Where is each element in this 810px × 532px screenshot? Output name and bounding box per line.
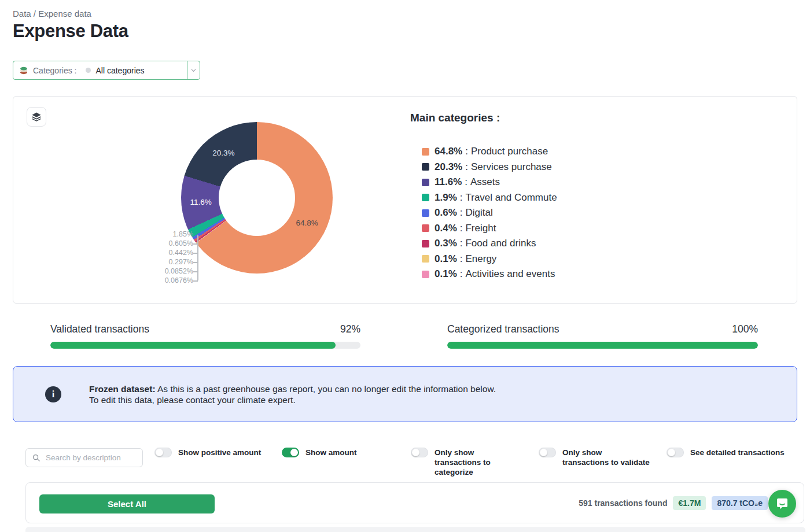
legend-label: Product purchase — [471, 146, 548, 157]
outside-label: 0.0852% — [141, 267, 193, 276]
progress-card-categorized: Categorized transactions 100% — [447, 323, 758, 349]
toggle-label: See detailed transactions — [690, 448, 785, 457]
legend-item: 20.3%:Services purchase — [422, 160, 557, 175]
outside-labels: 1.85%0.605%0.442%0.297%0.0852%0.0676% — [141, 230, 193, 285]
legend-label: Food and drinks — [465, 238, 536, 249]
chart-card: 64.8%11.6%20.3% 1.85%0.605%0.442%0.297%0… — [13, 96, 797, 304]
toggle-switch[interactable] — [282, 448, 299, 457]
expense-data-page: Data / Expense data Expense Data Categor… — [0, 0, 810, 532]
legend-title: Main categories : — [410, 112, 557, 124]
donut-chart[interactable]: 64.8%11.6%20.3% — [181, 122, 333, 274]
outside-label: 0.442% — [141, 248, 193, 257]
toggle-group: Show positive amount — [154, 448, 261, 457]
toggle-label: Only show transactions to categorize — [435, 448, 522, 477]
legend-label: Assets — [470, 176, 500, 188]
layers-button[interactable] — [27, 107, 46, 127]
legend-separator: : — [465, 176, 467, 188]
search-icon — [32, 453, 41, 462]
legend-swatch — [422, 209, 429, 217]
legend-separator: : — [460, 207, 463, 219]
outside-label: 0.0676% — [141, 276, 193, 285]
select-all-button[interactable]: Select All — [39, 494, 215, 513]
chat-bubble-icon — [775, 497, 789, 511]
legend-percent: 20.3% — [435, 161, 462, 173]
legend-label: Activities and events — [465, 268, 555, 280]
filter-selected-value: All categories — [95, 66, 144, 75]
legend-list: 64.8%:Product purchase20.3%:Services pur… — [422, 144, 557, 282]
legend-separator: : — [460, 192, 463, 204]
toggle-knob — [156, 449, 163, 456]
progress-track — [447, 342, 758, 349]
legend-separator: : — [460, 268, 463, 280]
table-header-strip — [25, 527, 805, 532]
toggle-knob — [540, 449, 547, 456]
legend-percent: 64.8% — [435, 146, 462, 157]
progress-fill — [50, 342, 336, 349]
legend-separator: : — [465, 146, 468, 157]
toggle-label: Show positive amount — [178, 448, 261, 457]
layers-icon — [31, 112, 42, 122]
categories-filter[interactable]: Categories : All categories — [13, 61, 200, 80]
amount-badge: €1.7M — [673, 496, 706, 510]
legend-percent: 11.6% — [435, 176, 462, 188]
toggle-label: Only show transactions to validate — [562, 448, 650, 467]
legend-separator: : — [460, 223, 463, 234]
outside-label: 0.605% — [141, 239, 193, 248]
search-input[interactable] — [45, 453, 139, 463]
banner-text: Frozen dataset: As this is a past greenh… — [89, 383, 496, 405]
legend-swatch — [422, 240, 429, 247]
page-title: Expense Data — [13, 21, 128, 42]
banner-line1: As this is a past greenhouse gas report,… — [156, 384, 496, 394]
search-box — [25, 448, 143, 467]
found-cluster: 591 transactions found €1.7M 870.7 tCO₂e — [579, 483, 768, 523]
toggle-group: Show amount — [282, 448, 357, 457]
legend-label: Energy — [465, 253, 496, 265]
toggle-knob — [290, 449, 298, 456]
legend-separator: : — [460, 253, 463, 265]
legend-item: 0.4%:Freight — [422, 221, 557, 237]
progress-percent: 92% — [340, 323, 360, 335]
co2-badge: 870.7 tCO₂e — [712, 496, 768, 510]
legend: Main categories : 64.8%:Product purchase… — [410, 112, 557, 282]
filter-label: Categories : — [33, 66, 76, 75]
outside-label: 1.85% — [141, 230, 193, 239]
toggle-switch[interactable] — [539, 448, 556, 457]
toggle-group: See detailed transactions — [667, 448, 785, 457]
slice-label: 64.8% — [296, 219, 318, 227]
toggle-switch[interactable] — [411, 448, 428, 457]
legend-separator: : — [460, 238, 463, 249]
info-banner: i Frozen dataset: As this is a past gree… — [13, 366, 797, 422]
legend-swatch — [422, 148, 429, 156]
toggle-switch[interactable] — [667, 448, 684, 457]
legend-percent: 0.1% — [435, 253, 457, 265]
legend-item: 11.6%:Assets — [422, 175, 557, 190]
legend-label: Services purchase — [471, 161, 552, 173]
toggle-group: Only show transactions to validate — [539, 448, 650, 467]
legend-percent: 0.6% — [435, 207, 457, 219]
toggle-switch[interactable] — [154, 448, 172, 457]
legend-swatch — [422, 163, 429, 171]
legend-label: Freight — [465, 223, 496, 234]
outside-label: 0.297% — [141, 257, 193, 267]
legend-swatch — [422, 194, 429, 201]
chat-button[interactable] — [768, 490, 796, 518]
legend-percent: 1.9% — [435, 192, 457, 204]
progress-card-validated: Validated transactions 92% — [50, 323, 360, 349]
color-dot — [86, 68, 91, 73]
banner-line2: To edit this data, please contact your c… — [89, 395, 296, 405]
legend-swatch — [422, 179, 429, 186]
legend-swatch — [422, 255, 429, 263]
legend-swatch — [422, 271, 429, 278]
breadcrumb[interactable]: Data / Expense data — [13, 9, 91, 19]
legend-percent: 0.1% — [435, 268, 457, 280]
chevron-down-icon[interactable] — [187, 67, 200, 73]
legend-item: 0.1%:Energy — [422, 252, 557, 267]
legend-item: 64.8%:Product purchase — [422, 144, 557, 160]
legend-percent: 0.3% — [435, 238, 457, 249]
toggle-group: Only show transactions to categorize — [411, 448, 522, 477]
slice-label: 11.6% — [190, 197, 212, 206]
legend-item: 0.3%:Food and drinks — [422, 236, 557, 252]
legend-separator: : — [465, 161, 468, 173]
progress-track — [50, 342, 360, 349]
legend-label: Digital — [465, 207, 492, 219]
